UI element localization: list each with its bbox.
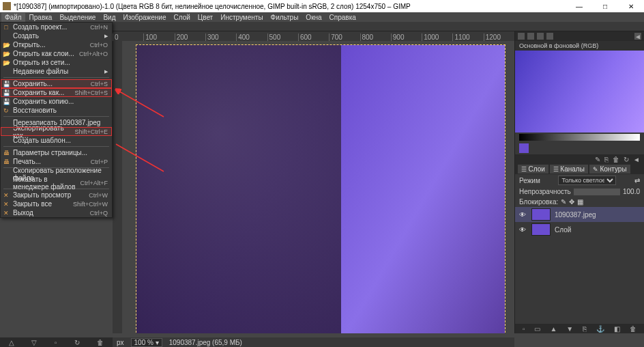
minimize-button[interactable]: — (569, 3, 589, 10)
mode-toggle-icon[interactable]: ⇄ (634, 177, 640, 184)
menu-item[interactable]: ✕Закрыть просмотрCtrl+W (1, 191, 112, 199)
menu-item[interactable]: ↻Восстановить (1, 106, 112, 115)
menu-item[interactable]: 🖶Печать...Ctrl+P (1, 157, 112, 166)
blend-mode-row: Режим Только светлое ⇄ (515, 174, 644, 186)
svg-line-0 (116, 89, 164, 117)
opacity-row: Непрозрачность 100.0 (515, 186, 644, 197)
menu-item[interactable]: 🖶Параметры страницы... (1, 148, 112, 157)
duplicate-layer-icon[interactable]: ⎘ (583, 325, 587, 333)
tab-channels[interactable]: ☰ Каналы (550, 165, 588, 174)
layer-item[interactable]: 👁 1090387.jpeg (515, 207, 644, 222)
color-swatch[interactable] (519, 143, 529, 153)
menu-item[interactable]: Экспортировать как...Shift+Ctrl+E (1, 127, 112, 136)
status-file: 1090387.jpeg (65,9 МБ) (169, 339, 242, 346)
ruler-vertical (113, 41, 122, 333)
menu-edit[interactable]: Правка (26, 13, 56, 22)
menu-item[interactable]: 📂Открыть...Ctrl+O (1, 40, 112, 49)
menu-select[interactable]: Выделение (56, 13, 99, 22)
panel-tab-icon[interactable] (518, 33, 525, 40)
blend-mode-select[interactable]: Только светлое (558, 176, 616, 185)
menu-item[interactable]: 💾Сохранить как...Shift+Ctrl+S (1, 88, 112, 97)
brush-icon[interactable]: ✎ (595, 156, 600, 163)
tool-icon[interactable]: ▫ (55, 339, 57, 346)
canvas-image[interactable] (136, 45, 505, 333)
layer-thumbnail (531, 223, 551, 236)
photo-layer (136, 45, 341, 333)
tab-layers[interactable]: ☰ Слои (518, 165, 548, 174)
menu-item[interactable]: 📂Открыть как слои...Ctrl+Alt+O (1, 49, 112, 58)
menu-item[interactable]: 💾Сохранить...Ctrl+S (1, 79, 112, 88)
panel-tabs-top: ◄ (515, 31, 644, 41)
panel-icon-row: ✎ ⎘ 🗑 ↻ ◄ (515, 154, 644, 164)
panel-menu-icon[interactable]: ◄ (634, 33, 641, 40)
menu-view[interactable]: Вид (100, 13, 119, 22)
mode-label: Режим (519, 177, 540, 184)
window-title: *[1090387] (импортировано)-1.0 (Цвета RG… (14, 3, 411, 10)
menu-file[interactable]: Файл (1, 13, 25, 22)
annotation-arrow-1 (113, 86, 167, 120)
duplicate-icon[interactable]: ⎘ (604, 156, 609, 163)
app-icon (3, 2, 11, 10)
opacity-slider[interactable] (574, 189, 620, 195)
close-button[interactable]: ✕ (621, 3, 641, 10)
layers-footer: ▫ ▭ ▲ ▼ ⎘ ⚓ ◧ 🗑 (515, 324, 644, 333)
panel-tab-icon[interactable] (537, 33, 544, 40)
tab-paths[interactable]: ✎ Контуры (589, 165, 630, 174)
refresh-icon[interactable]: ↻ (624, 156, 629, 163)
menu-item[interactable]: □Создать проект...Ctrl+N (1, 23, 112, 31)
menu-tools[interactable]: Инструменты (217, 13, 266, 22)
statusbar: px 100 % ▾ 1090387.jpeg (65,9 МБ) (113, 337, 514, 347)
lock-row: Блокировка: ✎ ✥ ▦ (515, 197, 644, 207)
panel-tab-icon[interactable] (546, 33, 553, 40)
menu-item[interactable]: ✕Закрыть всеShift+Ctrl+W (1, 199, 112, 208)
menu-color[interactable]: Цвет (194, 13, 216, 22)
lock-alpha-icon[interactable]: ▦ (577, 198, 583, 206)
zoom-level[interactable]: 100 % ▾ (131, 338, 162, 347)
lock-position-icon[interactable]: ✥ (569, 198, 574, 206)
file-menu-dropdown: □Создать проект...Ctrl+NСоздать📂Открыть.… (0, 22, 113, 218)
menu-help[interactable]: Справка (326, 13, 360, 22)
new-group-icon[interactable]: ▭ (534, 325, 540, 333)
gradient-preview[interactable] (519, 134, 640, 141)
tool-icon[interactable]: △ (9, 339, 14, 346)
opacity-label: Непрозрачность (519, 188, 571, 195)
panel-tab-icon[interactable] (527, 33, 534, 40)
navigation-preview[interactable] (515, 51, 644, 133)
raise-layer-icon[interactable]: ▲ (550, 325, 557, 333)
menu-item[interactable]: Создать шаблон... (1, 136, 112, 145)
opacity-value: 100.0 (623, 188, 640, 195)
visibility-icon[interactable]: 👁 (519, 226, 527, 234)
layer-thumbnail (531, 208, 551, 221)
menu-item[interactable]: 📂Открыть из сети... (1, 58, 112, 67)
tool-icon[interactable]: 🗑 (97, 339, 104, 346)
toolbox-footer: △ ▽ ▫ ↻ 🗑 (0, 337, 113, 347)
right-panel: ◄ Основной в фоновой (RGB) ✎ ⎘ 🗑 ↻ ◄ ☰ С… (514, 31, 644, 333)
menu-icon[interactable]: ◄ (633, 156, 640, 163)
menu-item[interactable]: Показать в менеджере файловCtrl+Alt+F (1, 178, 112, 187)
menu-layer[interactable]: Слой (170, 13, 193, 22)
menu-item[interactable]: 💾Сохранить копию... (1, 97, 112, 106)
menu-filters[interactable]: Фильтры (267, 13, 302, 22)
lower-layer-icon[interactable]: ▼ (566, 325, 573, 333)
tool-icon[interactable]: ▽ (31, 339, 37, 346)
tool-icon[interactable]: ↻ (74, 339, 80, 346)
mask-icon[interactable]: ◧ (614, 325, 620, 333)
maximize-button[interactable]: □ (595, 3, 615, 10)
menu-image[interactable]: Изображение (119, 13, 169, 22)
merge-icon[interactable]: ⚓ (596, 325, 604, 333)
menu-item[interactable]: ✕ВыходCtrl+Q (1, 208, 112, 217)
lock-pixels-icon[interactable]: ✎ (561, 198, 566, 206)
menu-windows[interactable]: Окна (302, 13, 325, 22)
lock-label: Блокировка: (519, 198, 558, 206)
delete-icon[interactable]: 🗑 (613, 156, 619, 163)
menu-item[interactable]: Недавние файлы (1, 67, 112, 76)
visibility-icon[interactable]: 👁 (519, 211, 527, 219)
new-layer-icon[interactable]: ▫ (523, 325, 525, 333)
ruler-horizontal: 0100200300400500600700800900100011001200 (113, 31, 514, 41)
titlebar: *[1090387] (импортировано)-1.0 (Цвета RG… (0, 0, 644, 12)
layer-name: Слой (555, 226, 571, 234)
layer-name: 1090387.jpeg (555, 211, 596, 219)
delete-layer-icon[interactable]: 🗑 (630, 325, 636, 333)
layer-item[interactable]: 👁 Слой (515, 222, 644, 237)
menu-item[interactable]: Создать (1, 31, 112, 40)
